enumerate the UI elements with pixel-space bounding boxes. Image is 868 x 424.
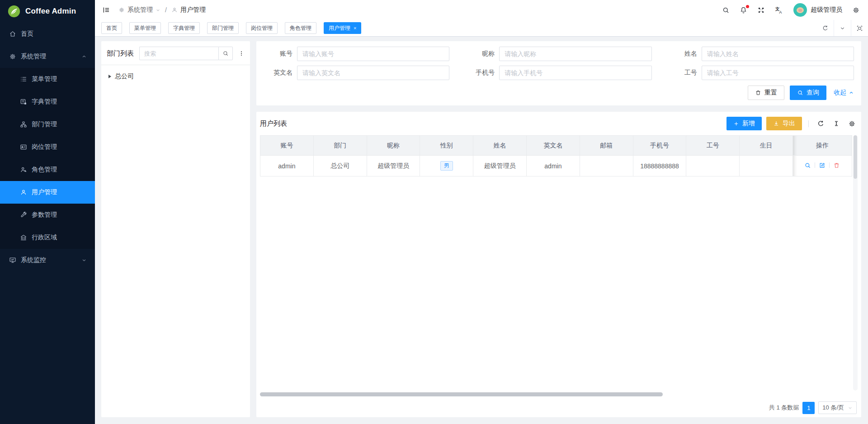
cell-email xyxy=(580,156,633,176)
cell-dept: 总公司 xyxy=(313,156,367,176)
sidebar-item-user-mgmt[interactable]: 用户管理 xyxy=(0,181,95,204)
tab-label: 角色管理 xyxy=(290,24,311,32)
divider xyxy=(815,162,815,168)
sidebar-item-param-mgmt[interactable]: 参数管理 xyxy=(0,204,95,226)
sidebar-item-label: 用户管理 xyxy=(32,188,87,196)
tree-node-company[interactable]: 总公司 xyxy=(107,71,245,82)
horizontal-scrollbar-thumb[interactable] xyxy=(260,392,663,396)
tab-dict-mgmt[interactable]: 字典管理 xyxy=(168,22,200,34)
refresh-icon[interactable] xyxy=(816,20,834,36)
work-no-input[interactable] xyxy=(702,66,854,80)
sidebar-item-label: 字典管理 xyxy=(32,98,87,106)
content: 部门列表 总公司 xyxy=(95,37,868,424)
field-name: 姓名 xyxy=(668,47,854,61)
vertical-scrollbar-thumb[interactable] xyxy=(854,135,857,179)
page-number-button[interactable]: 1 xyxy=(802,402,815,414)
add-label: 新增 xyxy=(742,119,755,128)
horizontal-scrollbar[interactable] xyxy=(260,391,852,397)
delete-icon[interactable] xyxy=(833,162,840,169)
user-menu[interactable]: 超级管理员 xyxy=(793,3,842,17)
sidebar-item-role-mgmt[interactable]: 角色管理 xyxy=(0,158,95,181)
department-search-button[interactable] xyxy=(218,47,233,60)
collapse-link[interactable]: 收起 xyxy=(834,89,854,97)
column-header[interactable]: 英文名 xyxy=(526,136,580,156)
search-icon[interactable] xyxy=(722,6,730,14)
column-header[interactable]: 账号 xyxy=(260,136,314,156)
plus-icon xyxy=(733,121,739,127)
vertical-scrollbar[interactable] xyxy=(853,135,858,391)
column-header[interactable]: 工号 xyxy=(686,136,740,156)
table-row[interactable]: admin 总公司 超级管理员 男 超级管理员 admin 1888888888… xyxy=(260,156,852,176)
add-user-button[interactable]: 新增 xyxy=(726,117,762,130)
kebab-menu-icon[interactable] xyxy=(238,50,245,57)
page-size-select[interactable]: 10 条/页 xyxy=(818,401,857,414)
column-header[interactable]: 邮箱 xyxy=(580,136,633,156)
department-search-input[interactable] xyxy=(139,47,218,60)
search-button[interactable]: 查询 xyxy=(790,86,826,100)
sidebar-item-home[interactable]: 首页 xyxy=(0,23,95,45)
pagination: 共 1 条数据 1 10 条/页 xyxy=(260,398,858,417)
department-panel-header: 部门列表 xyxy=(107,46,245,65)
column-header[interactable]: 昵称 xyxy=(367,136,420,156)
department-panel-title: 部门列表 xyxy=(107,49,134,58)
sidebar-item-admin-region[interactable]: 行政区域 xyxy=(0,226,95,249)
tab-dept-mgmt[interactable]: 部门管理 xyxy=(207,22,239,34)
divider xyxy=(808,120,809,127)
sidebar-item-post-mgmt[interactable]: 岗位管理 xyxy=(0,136,95,158)
sidebar-group-monitor[interactable]: 系统监控 xyxy=(0,249,95,272)
notification-bell-icon[interactable] xyxy=(740,6,747,14)
sidebar-item-dept-mgmt[interactable]: 部门管理 xyxy=(0,113,95,136)
column-header[interactable]: 生日 xyxy=(740,136,793,156)
caret-right-icon[interactable] xyxy=(108,75,111,78)
download-icon xyxy=(773,120,779,127)
tab-post-mgmt[interactable]: 岗位管理 xyxy=(246,22,278,34)
english-name-input[interactable] xyxy=(297,66,449,80)
sidebar-item-menu-mgmt[interactable]: 菜单管理 xyxy=(0,68,95,91)
breadcrumb-group[interactable]: 系统管理 xyxy=(127,6,153,14)
page-size-label: 10 条/页 xyxy=(822,404,844,412)
tab-label: 用户管理 xyxy=(329,24,350,32)
sidebar-item-dict-mgmt[interactable]: 字典管理 xyxy=(0,91,95,113)
home-icon xyxy=(9,30,16,38)
menu-fold-icon[interactable] xyxy=(102,6,110,14)
maximize-icon[interactable] xyxy=(851,20,868,36)
tab-home[interactable]: 首页 xyxy=(101,22,122,34)
refresh-icon[interactable] xyxy=(815,120,826,128)
column-header[interactable]: 部门 xyxy=(313,136,367,156)
export-button[interactable]: 导出 xyxy=(766,117,802,130)
export-label: 导出 xyxy=(783,119,795,128)
wrench-icon xyxy=(20,211,27,219)
cell-nickname: 超级管理员 xyxy=(367,156,420,176)
cell-english-name: admin xyxy=(526,156,580,176)
field-label: 手机号 xyxy=(466,69,499,77)
tab-role-mgmt[interactable]: 角色管理 xyxy=(285,22,316,34)
chevron-up-icon xyxy=(849,90,854,95)
column-header[interactable]: 性别 xyxy=(420,136,473,156)
tab-label: 首页 xyxy=(106,24,117,32)
account-input[interactable] xyxy=(297,47,449,61)
row-height-icon[interactable] xyxy=(831,120,842,127)
edit-icon[interactable] xyxy=(819,162,826,169)
sidebar-group-system[interactable]: 系统管理 xyxy=(0,45,95,68)
gender-tag: 男 xyxy=(440,161,453,171)
breadcrumb-page: 用户管理 xyxy=(180,6,206,14)
reset-button[interactable]: 重置 xyxy=(748,86,784,100)
sidebar-item-label: 参数管理 xyxy=(32,211,87,219)
chevron-down-icon[interactable] xyxy=(834,20,851,36)
view-detail-icon[interactable] xyxy=(804,162,811,169)
settings-gear-icon[interactable] xyxy=(852,6,860,14)
tab-menu-mgmt[interactable]: 菜单管理 xyxy=(129,22,161,34)
close-icon[interactable]: × xyxy=(354,26,356,31)
fullscreen-icon[interactable] xyxy=(757,6,765,14)
nickname-input[interactable] xyxy=(499,47,651,61)
cell-actions xyxy=(793,156,852,176)
column-header[interactable]: 姓名 xyxy=(473,136,527,156)
translate-icon[interactable]: 文A xyxy=(775,6,783,14)
field-work-no: 工号 xyxy=(668,66,854,80)
tab-user-mgmt[interactable]: 用户管理 × xyxy=(324,22,361,34)
column-header[interactable]: 手机号 xyxy=(633,136,686,156)
table-settings-gear-icon[interactable] xyxy=(846,120,858,128)
avatar xyxy=(793,3,807,17)
phone-input[interactable] xyxy=(499,66,651,80)
name-input[interactable] xyxy=(702,47,854,61)
